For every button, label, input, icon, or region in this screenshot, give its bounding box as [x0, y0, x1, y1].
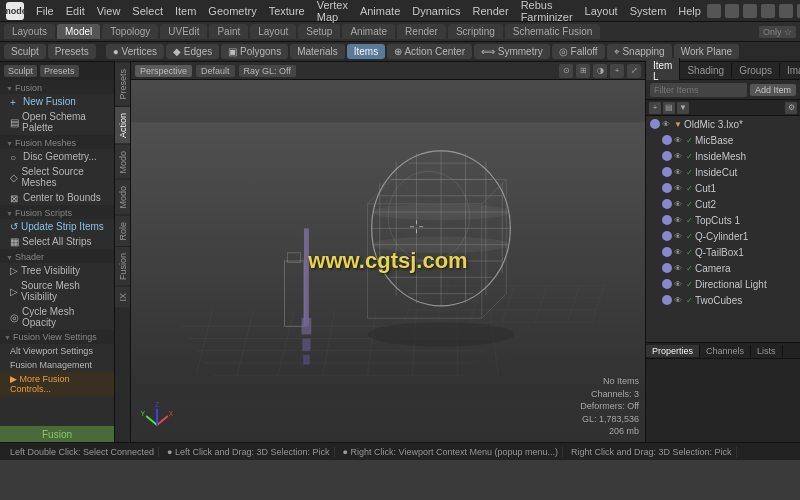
item-row-qcylinder[interactable]: 👁 ✓ Q-Cylinder1: [646, 228, 800, 244]
vtab-role[interactable]: Role: [115, 215, 130, 247]
mode-edges[interactable]: ◆ Edges: [166, 44, 219, 59]
scene-canvas[interactable]: www.cgtsj.com X Y Z No Items Channels: 3…: [131, 80, 645, 442]
layout-tab-schematic[interactable]: Schematic Fusion: [505, 24, 600, 39]
rtab-images[interactable]: Images: [780, 63, 800, 78]
left-select-all-strips[interactable]: ▦ Select All Strips: [0, 234, 114, 249]
mode-polygons[interactable]: ▣ Polygons: [221, 44, 288, 59]
viewport-perspective-btn[interactable]: Perspective: [135, 65, 192, 77]
vtab-fusion[interactable]: Fusion: [115, 246, 130, 286]
left-source-mesh-vis[interactable]: ▷ Source Mesh Visibility: [0, 278, 114, 304]
presets-btn[interactable]: Presets: [40, 65, 79, 77]
item-row-twocubes[interactable]: 👁 ✓ TwoCubes: [646, 292, 800, 308]
left-fusion-mgmt[interactable]: Fusion Management: [0, 358, 114, 372]
layout-tab-setup[interactable]: Setup: [298, 24, 340, 39]
item-row-insidecut[interactable]: 👁 ✓ InsideCut: [646, 164, 800, 180]
menu-layout[interactable]: Layout: [579, 3, 624, 19]
menu-edit[interactable]: Edit: [60, 3, 91, 19]
menu-geometry[interactable]: Geometry: [202, 3, 262, 19]
left-new-fusion[interactable]: + New Fusion: [0, 94, 114, 109]
mode-vertices[interactable]: ● Vertices: [106, 44, 164, 59]
rtab-groups[interactable]: Groups: [732, 63, 780, 78]
mode-sculpt[interactable]: Sculpt: [4, 44, 46, 59]
fusion-status-bar[interactable]: Fusion: [0, 426, 114, 442]
menu-file[interactable]: File: [30, 3, 60, 19]
viewport-add-icon[interactable]: +: [610, 64, 624, 78]
fusion-view-section[interactable]: Fusion View Settings: [0, 330, 114, 344]
mode-presets[interactable]: Presets: [48, 44, 96, 59]
items-folder-icon[interactable]: ▤: [663, 102, 675, 114]
shader-section[interactable]: Shader: [0, 249, 114, 263]
layout-tab-animate[interactable]: Animate: [342, 24, 395, 39]
items-settings-icon[interactable]: ⚙: [785, 102, 797, 114]
mode-materials[interactable]: Materials: [290, 44, 345, 59]
vtab-modo1[interactable]: Modo: [115, 144, 130, 180]
menu-vertex-map[interactable]: Vertex Map: [311, 0, 354, 25]
fusion-scripts-section[interactable]: Fusion Scripts: [0, 205, 114, 219]
mode-falloff[interactable]: ◎ Falloff: [552, 44, 605, 59]
rbt-lists[interactable]: Lists: [751, 345, 783, 357]
left-alt-viewport[interactable]: Alt Viewport Settings: [0, 344, 114, 358]
viewport-raytrace-btn[interactable]: Ray GL: Off: [239, 65, 296, 77]
left-open-schema[interactable]: ▤ Open Schema Palette: [0, 109, 114, 135]
vtab-presets[interactable]: Presets: [115, 62, 130, 106]
viewport-shading-icon[interactable]: ◑: [593, 64, 607, 78]
left-tree-vis[interactable]: ▷ Tree Visibility: [0, 263, 114, 278]
menu-render[interactable]: Render: [467, 3, 515, 19]
left-center-bounds[interactable]: ⊠ Center to Bounds: [0, 190, 114, 205]
menu-item[interactable]: Item: [169, 3, 202, 19]
left-cycle-opacity[interactable]: ◎ Cycle Mesh Opacity: [0, 304, 114, 330]
rtab-shading[interactable]: Shading: [680, 63, 732, 78]
item-row-cut1[interactable]: 👁 ✓ Cut1: [646, 180, 800, 196]
vtab-action[interactable]: Action: [115, 106, 130, 144]
item-row-dirlight[interactable]: 👁 ✓ Directional Light: [646, 276, 800, 292]
filter-items-input[interactable]: Filter Items: [650, 83, 747, 97]
viewport-expand-icon[interactable]: ⤢: [627, 64, 641, 78]
mode-items[interactable]: Items: [347, 44, 385, 59]
left-disc-geometry[interactable]: ○ Disc Geometry...: [0, 149, 114, 164]
mode-symmetry[interactable]: ⟺ Symmetry: [474, 44, 550, 59]
left-select-source[interactable]: ◇ Select Source Meshes: [0, 164, 114, 190]
mode-work-plane[interactable]: Work Plane: [674, 44, 740, 59]
items-filter-icon[interactable]: ▼: [677, 102, 689, 114]
rbt-properties[interactable]: Properties: [646, 345, 700, 357]
viewport[interactable]: Perspective Default Ray GL: Off ⊙ ⊞ ◑ + …: [131, 62, 645, 442]
mode-action-center[interactable]: ⊕ Action Center: [387, 44, 472, 59]
menu-help[interactable]: Help: [672, 3, 707, 19]
viewport-camera-icon[interactable]: ⊙: [559, 64, 573, 78]
item-row-insidemesh[interactable]: 👁 ✓ InsideMesh: [646, 148, 800, 164]
menu-rebus[interactable]: Rebus Farminizer: [515, 0, 579, 25]
vtab-modo2[interactable]: Modo: [115, 179, 130, 215]
rbt-channels[interactable]: Channels: [700, 345, 751, 357]
add-item-btn[interactable]: Add Item: [750, 84, 796, 96]
left-update-strip[interactable]: ↺ Update Strip Items: [0, 219, 114, 234]
layout-only-btn[interactable]: Only ☆: [759, 26, 796, 38]
viewport-default-btn[interactable]: Default: [196, 65, 235, 77]
viewport-grid-icon[interactable]: ⊞: [576, 64, 590, 78]
menu-select[interactable]: Select: [126, 3, 169, 19]
layout-tab-layout[interactable]: Layout: [250, 24, 296, 39]
vtab-ix[interactable]: IX: [115, 286, 130, 308]
item-row-camera[interactable]: 👁 ✓ Camera: [646, 260, 800, 276]
items-new-icon[interactable]: +: [649, 102, 661, 114]
left-more-fusion[interactable]: ▶ More Fusion Controls...: [0, 372, 114, 396]
menu-view[interactable]: View: [91, 3, 127, 19]
item-row-root[interactable]: 👁 ▼ OldMic 3.lxo*: [646, 116, 800, 132]
layout-tab-model[interactable]: Model: [57, 24, 100, 39]
layout-tab-paint[interactable]: Paint: [209, 24, 248, 39]
item-row-micbase[interactable]: 👁 ✓ MicBase: [646, 132, 800, 148]
item-row-topcuts[interactable]: 👁 ✓ TopCuts 1: [646, 212, 800, 228]
layout-tab-render[interactable]: Render: [397, 24, 446, 39]
menu-system[interactable]: System: [624, 3, 673, 19]
menu-animate[interactable]: Animate: [354, 3, 406, 19]
fusion-section[interactable]: Fusion: [0, 80, 114, 94]
layout-tab-scripting[interactable]: Scripting: [448, 24, 503, 39]
item-row-cut2[interactable]: 👁 ✓ Cut2: [646, 196, 800, 212]
layout-tab-topology[interactable]: Topology: [102, 24, 158, 39]
layout-tab-layouts[interactable]: Layouts: [4, 24, 55, 39]
layout-tab-uvedit[interactable]: UVEdit: [160, 24, 207, 39]
item-row-qtailbox[interactable]: 👁 ✓ Q-TailBox1: [646, 244, 800, 260]
sculpt-btn[interactable]: Sculpt: [4, 65, 37, 77]
menu-texture[interactable]: Texture: [263, 3, 311, 19]
fusion-meshes-section[interactable]: Fusion Meshes: [0, 135, 114, 149]
menu-dynamics[interactable]: Dynamics: [406, 3, 466, 19]
